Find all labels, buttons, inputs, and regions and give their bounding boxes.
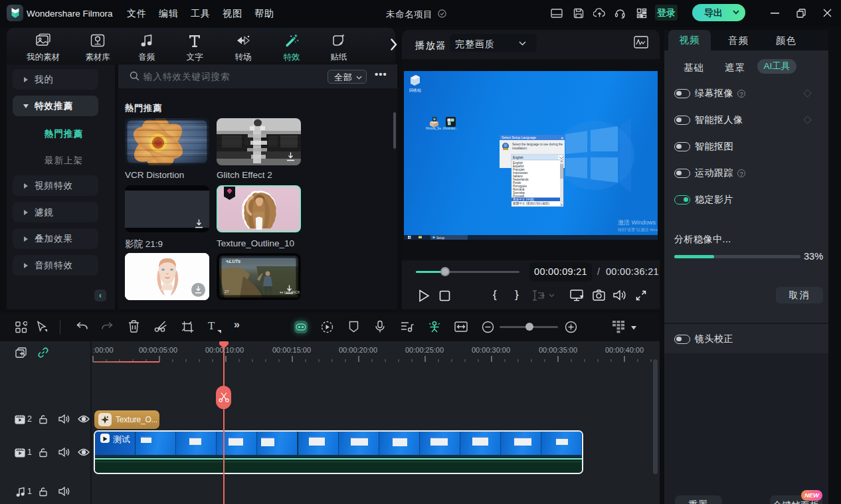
svg-text:Русский: Русский bbox=[513, 194, 524, 198]
svg-text:∿LUTs: ∿LUTs bbox=[225, 259, 240, 264]
svg-text:回收站: 回收站 bbox=[409, 88, 421, 93]
svg-text:Select Setup Language: Select Setup Language bbox=[502, 135, 536, 139]
svg-text:✕: ✕ bbox=[561, 136, 564, 140]
svg-text:转到"设置"以激活 Windows。: 转到"设置"以激活 Windows。 bbox=[618, 227, 658, 232]
svg-text:Illustrato...: Illustrato... bbox=[443, 127, 458, 130]
svg-text:27: 27 bbox=[225, 290, 229, 294]
svg-text:installation:: installation: bbox=[512, 147, 527, 150]
svg-text:Select the language to use dur: Select the language to use during the bbox=[512, 143, 563, 146]
svg-text:激活 Windows: 激活 Windows bbox=[618, 219, 656, 226]
svg-text:filmora_Se...: filmora_Se... bbox=[426, 127, 444, 130]
svg-text:Setup: Setup bbox=[436, 236, 444, 240]
svg-text:繁體中文 (香港特別行政區): 繁體中文 (香港特別行政區) bbox=[513, 201, 549, 206]
svg-text:English: English bbox=[513, 156, 523, 159]
